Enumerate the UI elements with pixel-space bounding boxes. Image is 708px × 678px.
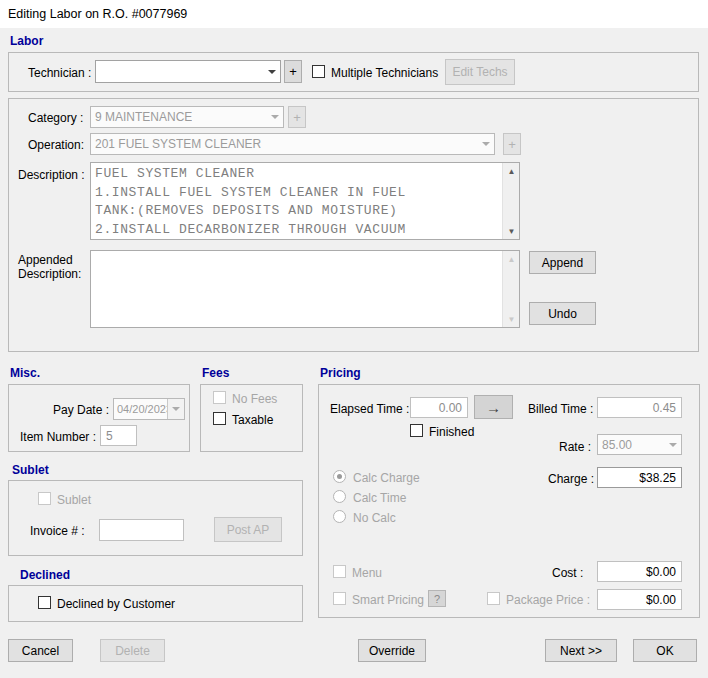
declined-by-customer-label: Declined by Customer (57, 597, 175, 611)
scroll-up-icon[interactable]: ▲ (503, 163, 520, 179)
no-calc-radio (333, 510, 346, 523)
transfer-time-button[interactable]: → (474, 395, 513, 419)
description-scrollbar[interactable]: ▲ ▼ (502, 163, 519, 239)
edit-techs-button[interactable]: Edit Techs (445, 59, 515, 85)
smart-pricing-checkbox (333, 592, 346, 605)
cost-field[interactable]: $0.00 (597, 561, 682, 582)
technician-combobox[interactable] (95, 60, 281, 83)
billed-time-field[interactable]: 0.45 (597, 397, 682, 418)
plus-icon: + (508, 137, 516, 152)
appended-description-scrollbar: ▲ ▼ (502, 251, 519, 327)
pay-date-label: Pay Date : (53, 403, 109, 417)
rate-label: Rate : (559, 440, 591, 454)
category-combobox[interactable]: 9 MAINTENANCE (90, 106, 284, 128)
operation-label: Operation: (28, 138, 84, 152)
calc-time-label: Calc Time (353, 491, 406, 505)
title-bar: Editing Labor on R.O. #0077969 (0, 0, 708, 28)
charge-field[interactable]: $38.25 (597, 467, 682, 488)
add-technician-button[interactable]: + (284, 60, 302, 83)
billed-time-label: Billed Time : (528, 402, 593, 416)
override-button[interactable]: Override (358, 639, 426, 662)
item-number-label: Item Number : (20, 430, 96, 444)
ok-button[interactable]: OK (633, 639, 697, 662)
no-fees-label: No Fees (232, 392, 277, 406)
category-dropdown-icon (266, 107, 283, 127)
invoice-number-label: Invoice # : (30, 524, 85, 538)
scroll-down-icon: ▼ (503, 311, 520, 327)
package-price-field[interactable]: $0.00 (597, 589, 682, 610)
multiple-technicians-label: Multiple Technicians (331, 66, 438, 80)
scroll-down-icon[interactable]: ▼ (503, 223, 520, 239)
calc-charge-radio (333, 470, 346, 483)
description-text: FUEL SYSTEM CLEANER 1.INSTALL FUEL SYSTE… (95, 165, 499, 237)
pricing-section-header: Pricing (320, 366, 361, 380)
calc-charge-label: Calc Charge (353, 471, 420, 485)
no-calc-label: No Calc (353, 511, 396, 525)
add-operation-button[interactable]: + (503, 133, 521, 155)
smart-pricing-label: Smart Pricing (352, 593, 424, 607)
package-price-checkbox (487, 592, 500, 605)
append-button[interactable]: Append (529, 251, 596, 274)
finished-label: Finished (429, 425, 474, 439)
misc-section-header: Misc. (10, 366, 40, 380)
multiple-technicians-checkbox[interactable] (312, 65, 325, 78)
declined-section-header: Declined (20, 568, 70, 582)
package-price-label: Package Price : (506, 593, 590, 607)
edit-labor-dialog: Editing Labor on R.O. #0077969 Labor Tec… (0, 0, 708, 678)
category-value: 9 MAINTENANCE (95, 110, 192, 124)
add-category-button[interactable]: + (288, 106, 306, 128)
post-ap-button[interactable]: Post AP (214, 517, 282, 542)
sublet-section-header: Sublet (12, 463, 49, 477)
pay-date-value: 04/20/2023 (117, 403, 167, 415)
appended-description-text (95, 253, 499, 325)
operation-combobox[interactable]: 201 FUEL SYSTEM CLEANER (90, 133, 495, 155)
cancel-button[interactable]: Cancel (8, 639, 73, 662)
charge-label: Charge : (548, 472, 594, 486)
scroll-up-icon: ▲ (503, 251, 520, 267)
technician-label: Technician : (28, 66, 91, 80)
window-title: Editing Labor on R.O. #0077969 (8, 0, 187, 28)
menu-label: Menu (352, 566, 382, 580)
pay-date-dropdown-icon (167, 399, 184, 419)
delete-button[interactable]: Delete (100, 639, 165, 662)
sublet-checkbox (38, 492, 51, 505)
fees-section-header: Fees (202, 366, 229, 380)
pay-date-combobox[interactable]: 04/20/2023 (113, 398, 185, 420)
question-mark-icon: ? (434, 593, 440, 605)
right-arrow-icon: → (486, 399, 501, 416)
plus-icon: + (293, 110, 301, 125)
undo-button[interactable]: Undo (529, 302, 596, 325)
rate-dropdown-icon (664, 435, 681, 454)
menu-checkbox (333, 565, 346, 578)
appended-description-textarea[interactable]: ▲ ▼ (90, 250, 520, 328)
elapsed-time-field[interactable]: 0.00 (410, 397, 468, 418)
rate-value: 85.00 (602, 438, 632, 452)
description-label: Description : (18, 168, 85, 182)
item-number-field[interactable]: 5 (100, 425, 137, 446)
invoice-number-field[interactable] (99, 519, 184, 541)
technician-dropdown-icon[interactable] (263, 61, 280, 82)
elapsed-time-label: Elapsed Time : (330, 402, 409, 416)
declined-by-customer-checkbox[interactable] (38, 596, 51, 609)
next-button[interactable]: Next >> (545, 639, 617, 662)
plus-icon: + (289, 64, 297, 79)
sublet-label: Sublet (57, 493, 91, 507)
taxable-label: Taxable (232, 413, 273, 427)
rate-combobox[interactable]: 85.00 (597, 434, 682, 455)
cost-label: Cost : (552, 566, 583, 580)
appended-description-label: Appended Description: (18, 253, 81, 281)
description-textarea[interactable]: FUEL SYSTEM CLEANER 1.INSTALL FUEL SYSTE… (90, 162, 520, 240)
smart-pricing-help-button[interactable]: ? (428, 590, 446, 607)
calc-time-radio (333, 490, 346, 503)
category-label: Category : (28, 111, 83, 125)
taxable-checkbox[interactable] (213, 412, 226, 425)
labor-section-header: Labor (10, 34, 43, 48)
operation-value: 201 FUEL SYSTEM CLEANER (95, 137, 261, 151)
no-fees-checkbox (213, 391, 226, 404)
finished-checkbox[interactable] (410, 424, 423, 437)
operation-dropdown-icon (477, 134, 494, 154)
